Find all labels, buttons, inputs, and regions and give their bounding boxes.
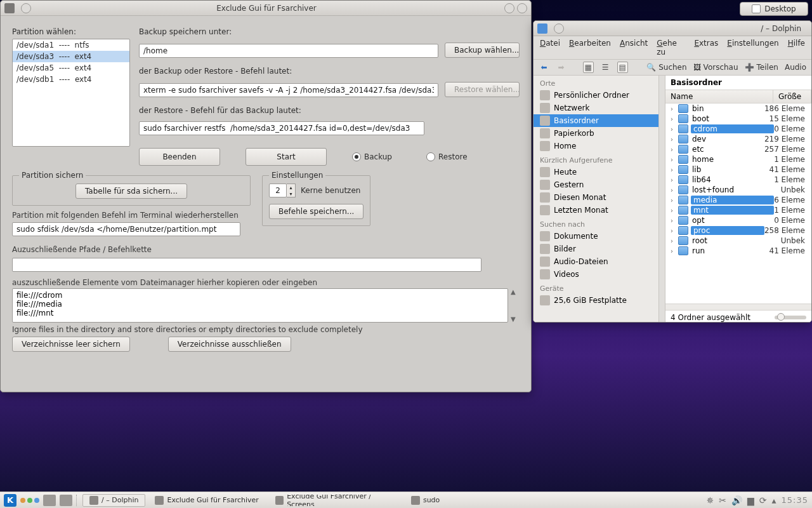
menu-ansicht[interactable]: Ansicht	[620, 39, 648, 57]
partition-row[interactable]: /dev/sdb1 ---- ext4	[13, 74, 129, 85]
radio-restore[interactable]: Restore	[426, 152, 468, 161]
toolbar-search[interactable]: 🔍 Suchen	[646, 63, 686, 72]
partition-row[interactable]: /dev/sda3 ---- ext4	[13, 51, 129, 62]
tree-expander[interactable]: ›	[668, 197, 676, 204]
tree-expander[interactable]: ›	[668, 126, 676, 133]
places-item[interactable]: Gestern	[534, 178, 658, 191]
file-columns[interactable]: Name Größe	[665, 90, 811, 104]
cores-input[interactable]	[269, 184, 287, 197]
partition-restore-cmd-input[interactable]	[12, 222, 240, 236]
quicklaunch-files[interactable]	[60, 495, 72, 506]
clipboard-tray-icon[interactable]: ✂	[719, 495, 726, 505]
file-row[interactable]: ›media6 Eleme	[665, 195, 811, 205]
save-empty-dirs-button[interactable]: Verzeichnisse leer sichern	[12, 337, 130, 352]
zoom-slider[interactable]	[775, 316, 806, 319]
nav-forward-button[interactable]: ➡	[556, 62, 566, 73]
tree-expander[interactable]: ›	[668, 227, 676, 234]
system-tray[interactable]: ✵ ✂ 🔊 ▆ ⟳ ▴ 15:35	[707, 495, 808, 505]
places-item[interactable]: Heute	[534, 166, 658, 178]
file-row[interactable]: ›cdrom0 Eleme	[665, 124, 811, 134]
save-under-input[interactable]	[139, 44, 438, 58]
places-item[interactable]: Papierkorb	[534, 127, 658, 140]
places-panel[interactable]: OrtePersönlicher OrdnerNetzwerkBasisordn…	[534, 76, 659, 323]
menu-datei[interactable]: Datei	[540, 39, 560, 57]
save-commands-button[interactable]: Befehle speichern...	[269, 204, 363, 219]
activity-pager[interactable]	[20, 498, 39, 503]
file-tree[interactable]: ›bin186 Eleme›boot15 Eleme›cdrom0 Eleme›…	[665, 104, 811, 304]
cores-down[interactable]: ▾	[287, 190, 295, 197]
taskbar-task[interactable]: sudo	[404, 494, 447, 507]
tree-expander[interactable]: ›	[668, 187, 676, 194]
file-row[interactable]: ›opt0 Eleme	[665, 215, 811, 225]
quicklaunch-terminal[interactable]	[43, 495, 56, 506]
places-item[interactable]: Basisordner	[534, 114, 658, 127]
menu-gehe zu[interactable]: Gehe zu	[657, 39, 685, 57]
start-button[interactable]: Start	[246, 148, 327, 166]
places-item[interactable]: Home	[534, 140, 658, 152]
taskbar[interactable]: K / – DolphinExclude Gui für FsarchiverE…	[0, 491, 812, 508]
places-item[interactable]: Videos	[534, 268, 658, 281]
quit-button[interactable]: Beenden	[139, 148, 220, 166]
places-item[interactable]: Dokumente	[534, 230, 658, 243]
file-row[interactable]: ›lib41 Eleme	[665, 164, 811, 175]
places-item[interactable]: 25,6 GiB Festplatte	[534, 294, 658, 307]
choose-backup-button[interactable]: Backup wählen...	[445, 43, 520, 58]
save-partition-table-button[interactable]: Tabelle für sda sichern...	[75, 184, 187, 199]
command-input[interactable]	[139, 83, 438, 97]
file-row[interactable]: ›dev219 Eleme	[665, 134, 811, 144]
tree-expander[interactable]: ›	[668, 116, 676, 123]
nav-back-button[interactable]: ⬅	[539, 62, 549, 73]
view-icons-button[interactable]: ▦	[583, 62, 594, 73]
tree-expander[interactable]: ›	[668, 207, 676, 214]
file-row[interactable]: ›bin186 Eleme	[665, 104, 811, 114]
exclude-items-listbox[interactable]: file:///cdrom file:///media file:///mnt	[12, 288, 508, 323]
exclude-scroll-down[interactable]: ▼	[511, 316, 520, 323]
desktop-switcher-button[interactable]: Desktop	[740, 2, 808, 16]
restore-command-input[interactable]	[139, 121, 424, 135]
view-compact-button[interactable]: ▤	[617, 62, 628, 73]
file-row[interactable]: ›boot15 Eleme	[665, 114, 811, 124]
radio-backup[interactable]: Backup	[352, 152, 392, 161]
bluetooth-tray-icon[interactable]: ✵	[707, 495, 714, 505]
taskbar-task[interactable]: Exclude Gui für Fsarchiver	[148, 494, 265, 507]
places-item[interactable]: Persönlicher Ordner	[534, 89, 658, 102]
network-tray-icon[interactable]: ▆	[747, 495, 754, 505]
dolphin-titlebar[interactable]: / – Dolphin	[534, 21, 811, 36]
places-item[interactable]: Bilder	[534, 243, 658, 255]
exclude-path-input[interactable]	[12, 258, 481, 272]
exclude-scroll-up[interactable]: ▲	[511, 288, 520, 295]
taskbar-clock[interactable]: 15:35	[782, 495, 808, 505]
tree-expander[interactable]: ›	[668, 248, 676, 255]
file-row[interactable]: ›run41 Eleme	[665, 246, 811, 256]
file-row[interactable]: ›mnt1 Eleme	[665, 205, 811, 215]
kickoff-menu-button[interactable]: K	[4, 494, 16, 507]
updates-tray-icon[interactable]: ⟳	[759, 495, 767, 505]
file-row[interactable]: ›proc258 Eleme	[665, 225, 811, 236]
tree-expander[interactable]: ›	[668, 166, 676, 173]
tree-expander[interactable]: ›	[668, 136, 676, 143]
taskbar-task[interactable]: / – Dolphin	[82, 494, 145, 507]
places-item[interactable]: Letzten Monat	[534, 204, 658, 217]
places-item[interactable]: Netzwerk	[534, 102, 658, 114]
toolbar-audio[interactable]: Audio	[785, 63, 806, 72]
tree-expander[interactable]: ›	[668, 105, 676, 112]
menu-einstellungen[interactable]: Einstellungen	[727, 39, 778, 57]
file-row[interactable]: ›lib641 Eleme	[665, 175, 811, 185]
partition-row[interactable]: /dev/sda5 ---- ext4	[13, 62, 129, 74]
col-size[interactable]: Größe	[773, 90, 811, 103]
minimize-button[interactable]	[504, 3, 514, 13]
fsarchiver-titlebar[interactable]: Exclude Gui für Fsarchiver	[1, 1, 531, 16]
tree-expander[interactable]: ›	[668, 177, 676, 184]
toolbar-share[interactable]: ➕ Teilen	[745, 63, 778, 72]
cores-up[interactable]: ▴	[287, 184, 295, 190]
tree-expander[interactable]: ›	[668, 146, 676, 153]
exclude-dirs-button[interactable]: Verzeichnisse ausschließen	[168, 337, 291, 352]
cores-spinner[interactable]: ▴▾	[269, 184, 296, 197]
taskbar-task[interactable]: Exclude Gui Fsarchiver / Screens	[268, 494, 402, 507]
file-row[interactable]: ›lost+foundUnbek	[665, 185, 811, 195]
partition-listbox[interactable]: /dev/sda1 ---- ntfs/dev/sda3 ---- ext4/d…	[12, 39, 130, 147]
menu-extras[interactable]: Extras	[694, 39, 718, 57]
menu-bearbeiten[interactable]: Bearbeiten	[569, 39, 611, 57]
volume-tray-icon[interactable]: 🔊	[731, 495, 742, 505]
menu-hilfe[interactable]: Hilfe	[788, 39, 805, 57]
